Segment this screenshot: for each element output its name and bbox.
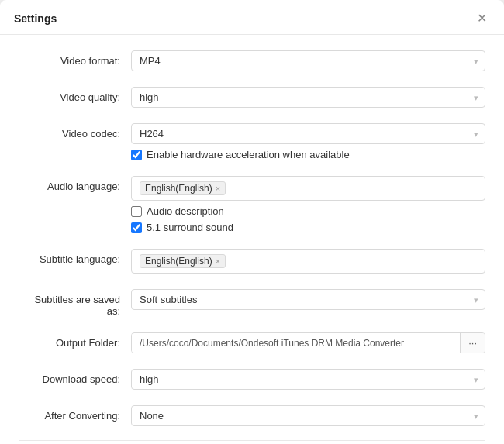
output-folder-row: Output Folder: /Users/coco/Documents/Ond… [19, 325, 485, 361]
video-codec-row: Video codec: H264 H265 VP9 ▾ Enable hard… [19, 115, 485, 168]
audio-language-tag-text: English(English) [145, 183, 212, 194]
subtitle-language-label: Subtitle language: [19, 249, 131, 265]
output-folder-path: /Users/coco/Documents/Ondesoft iTunes DR… [132, 334, 460, 353]
dialog-title: Settings [14, 12, 57, 25]
subtitle-language-tag-close[interactable]: × [216, 257, 220, 266]
settings-dialog: Settings ✕ Video format: MP4 MKV MOV AVI… [0, 0, 504, 444]
output-folder-label: Output Folder: [19, 332, 131, 349]
download-speed-select-wrap: high medium low ▾ [131, 369, 485, 390]
after-converting-select-wrap: None Open Folder Shutdown ▾ [131, 405, 485, 426]
audio-language-label: Audio language: [19, 176, 131, 192]
surround-sound-label: 5.1 surround sound [147, 222, 233, 233]
audio-language-tag-input[interactable]: English(English) × [131, 176, 485, 201]
video-codec-select-wrap: H264 H265 VP9 ▾ [131, 123, 485, 144]
surround-sound-row: 5.1 surround sound [131, 222, 485, 233]
subtitle-language-row: Subtitle language: English(English) × [19, 241, 485, 281]
video-format-select[interactable]: MP4 MKV MOV AVI [131, 50, 485, 71]
audio-language-row: Audio language: English(English) × Audio… [19, 168, 485, 241]
video-format-select-wrap: MP4 MKV MOV AVI ▾ [131, 50, 485, 71]
audio-description-label: Audio description [147, 205, 224, 217]
download-speed-row: Download speed: high medium low ▾ [19, 361, 485, 398]
video-codec-label: Video codec: [19, 123, 131, 139]
subtitles-saved-as-row: Subtitles are saved as: Soft subtitles H… [19, 281, 485, 325]
output-folder-control: /Users/coco/Documents/Ondesoft iTunes DR… [131, 332, 485, 353]
video-quality-label: Video quality: [19, 87, 131, 103]
hw-acceleration-row: Enable hardware acceleration when availa… [131, 149, 485, 160]
after-converting-label: After Converting: [19, 405, 131, 422]
section-divider [19, 440, 485, 441]
download-speed-label: Download speed: [19, 369, 131, 385]
subtitle-language-tag-text: English(English) [145, 256, 212, 267]
dialog-header: Settings ✕ [0, 0, 504, 35]
video-format-row: Video format: MP4 MKV MOV AVI ▾ [19, 43, 485, 79]
subtitle-language-tag: English(English) × [140, 254, 226, 268]
subtitles-saved-as-label: Subtitles are saved as: [19, 289, 131, 317]
subtitle-language-tag-input[interactable]: English(English) × [131, 249, 485, 274]
subtitles-saved-as-control: Soft subtitles Hard subtitles External s… [131, 289, 485, 310]
video-codec-select[interactable]: H264 H265 VP9 [131, 123, 485, 144]
video-format-control: MP4 MKV MOV AVI ▾ [131, 50, 485, 71]
dialog-body: Video format: MP4 MKV MOV AVI ▾ Video qu… [0, 35, 504, 444]
audio-description-checkbox[interactable] [131, 206, 142, 217]
subtitles-saved-as-select-wrap: Soft subtitles Hard subtitles External s… [131, 289, 485, 310]
video-quality-row: Video quality: high medium low ▾ [19, 79, 485, 115]
subtitle-language-control: English(English) × [131, 249, 485, 274]
audio-language-control: English(English) × Audio description 5.1… [131, 176, 485, 233]
subtitles-saved-as-select[interactable]: Soft subtitles Hard subtitles External s… [131, 289, 485, 310]
audio-language-tag-close[interactable]: × [216, 184, 220, 193]
download-speed-control: high medium low ▾ [131, 369, 485, 390]
video-quality-select-wrap: high medium low ▾ [131, 87, 485, 108]
audio-language-tag: English(English) × [140, 181, 226, 195]
hw-acceleration-label: Enable hardware acceleration when availa… [147, 149, 350, 160]
close-button[interactable]: ✕ [474, 11, 490, 26]
output-folder-browse-button[interactable]: ··· [460, 333, 485, 353]
surround-sound-checkbox[interactable] [131, 222, 142, 233]
download-speed-select[interactable]: high medium low [131, 369, 485, 390]
audio-description-row: Audio description [131, 205, 485, 217]
after-converting-row: After Converting: None Open Folder Shutd… [19, 398, 485, 434]
video-quality-select[interactable]: high medium low [131, 87, 485, 108]
video-codec-control: H264 H265 VP9 ▾ Enable hardware accelera… [131, 123, 485, 160]
video-quality-control: high medium low ▾ [131, 87, 485, 108]
after-converting-select[interactable]: None Open Folder Shutdown [131, 405, 485, 426]
hw-acceleration-checkbox[interactable] [131, 150, 142, 160]
output-folder-input-row: /Users/coco/Documents/Ondesoft iTunes DR… [131, 332, 485, 353]
video-format-label: Video format: [19, 50, 131, 67]
after-converting-control: None Open Folder Shutdown ▾ [131, 405, 485, 426]
